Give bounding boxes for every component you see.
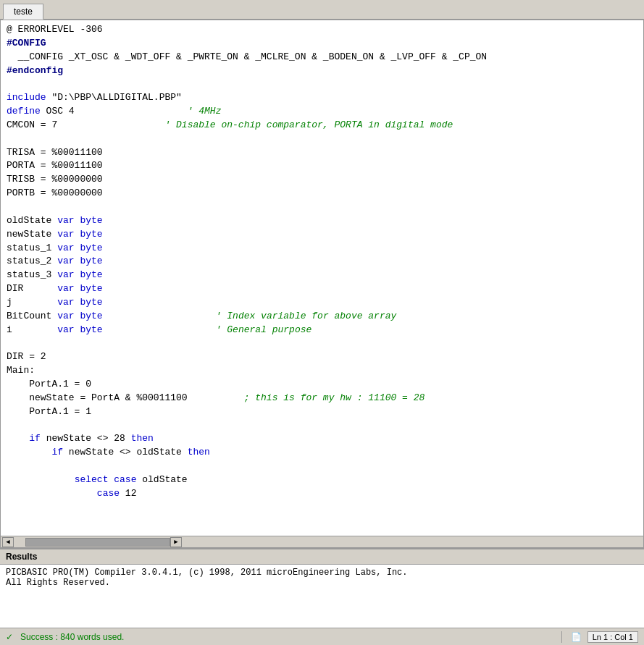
- editor-container: @ ERRORLEVEL -306 #CONFIG __CONFIG _XT_O…: [0, 20, 644, 548]
- status-success-text: Success : 840 words used.: [20, 632, 124, 642]
- position-indicator: Ln 1 : Col 1: [587, 631, 638, 643]
- success-checkmark-icon: ✓: [6, 632, 13, 642]
- results-line2: All Rights Reserved.: [6, 578, 638, 588]
- results-panel: Results PICBASIC PRO(TM) Compiler 3.0.4.…: [0, 548, 644, 628]
- status-right: 📄 Ln 1 : Col 1: [559, 631, 638, 643]
- results-content: PICBASIC PRO(TM) Compiler 3.0.4.1, (c) 1…: [0, 565, 644, 628]
- status-divider: [561, 631, 562, 643]
- tab-bar: teste: [0, 0, 644, 20]
- status-left: ✓ Success : 840 words used.: [6, 632, 559, 642]
- scroll-left-arrow[interactable]: ◀: [2, 537, 14, 547]
- page-icon: 📄: [571, 632, 582, 642]
- scroll-right-arrow[interactable]: ▶: [170, 537, 182, 547]
- code-editor[interactable]: @ ERRORLEVEL -306 #CONFIG __CONFIG _XT_O…: [1, 20, 643, 536]
- results-line1: PICBASIC PRO(TM) Compiler 3.0.4.1, (c) 1…: [6, 568, 638, 578]
- results-header: Results: [0, 549, 644, 565]
- scroll-thumb[interactable]: [25, 538, 170, 547]
- horizontal-scrollbar[interactable]: ◀ ▶: [1, 536, 643, 547]
- tab-teste[interactable]: teste: [3, 4, 43, 20]
- status-bar: ✓ Success : 840 words used. 📄 Ln 1 : Col…: [0, 628, 644, 645]
